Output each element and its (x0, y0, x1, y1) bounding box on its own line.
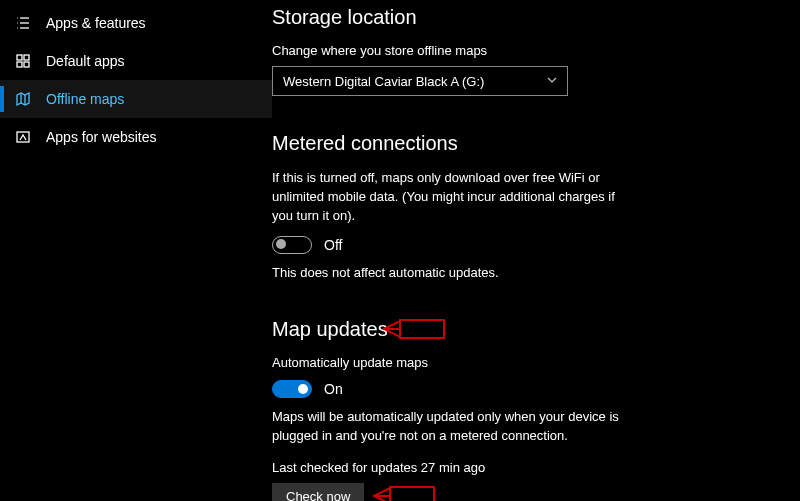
toggle-state-label: On (324, 381, 343, 397)
chevron-down-icon (547, 75, 557, 87)
storage-location-section: Storage location Change where you store … (272, 0, 800, 96)
storage-drive-select[interactable]: Western Digital Caviar Black A (G:) (272, 66, 568, 96)
map-updates-section: Map updates Automatically update maps On… (272, 318, 800, 501)
svg-rect-9 (24, 62, 29, 67)
storage-label: Change where you store offline maps (272, 43, 800, 58)
websites-icon (14, 128, 32, 146)
metered-connections-section: Metered connections If this is turned of… (272, 132, 800, 282)
svg-marker-14 (374, 488, 390, 501)
sidebar-item-apps-features[interactable]: Apps & features (0, 4, 272, 42)
settings-content: Storage location Change where you store … (272, 0, 800, 501)
svg-rect-12 (17, 132, 29, 142)
sidebar-item-label: Offline maps (46, 91, 124, 107)
sidebar-item-label: Apps for websites (46, 129, 157, 145)
default-apps-icon (14, 52, 32, 70)
metered-description: If this is turned off, maps only downloa… (272, 169, 632, 226)
metered-note: This does not affect automatic updates. (272, 264, 632, 283)
auto-update-label: Automatically update maps (272, 355, 800, 370)
select-value: Western Digital Caviar Black A (G:) (283, 74, 484, 89)
section-title: Metered connections (272, 132, 800, 155)
list-icon (14, 14, 32, 32)
last-checked-text: Last checked for updates 27 min ago (272, 460, 800, 475)
annotation-arrow-icon (372, 483, 436, 501)
svg-rect-6 (17, 55, 22, 60)
check-now-button[interactable]: Check now (272, 483, 364, 501)
settings-sidebar: Apps & features Default apps Offline map… (0, 0, 272, 501)
sidebar-item-default-apps[interactable]: Default apps (0, 42, 272, 80)
sidebar-item-label: Default apps (46, 53, 125, 69)
section-title: Map updates (272, 318, 800, 341)
metered-toggle[interactable] (272, 236, 312, 254)
sidebar-item-apps-for-websites[interactable]: Apps for websites (0, 118, 272, 156)
sidebar-item-label: Apps & features (46, 15, 146, 31)
svg-rect-8 (17, 62, 22, 67)
map-icon (14, 90, 32, 108)
auto-update-description: Maps will be automatically updated only … (272, 408, 632, 446)
svg-rect-7 (24, 55, 29, 60)
section-title: Storage location (272, 6, 800, 29)
sidebar-item-offline-maps[interactable]: Offline maps (0, 80, 272, 118)
auto-update-toggle[interactable] (272, 380, 312, 398)
toggle-state-label: Off (324, 237, 342, 253)
